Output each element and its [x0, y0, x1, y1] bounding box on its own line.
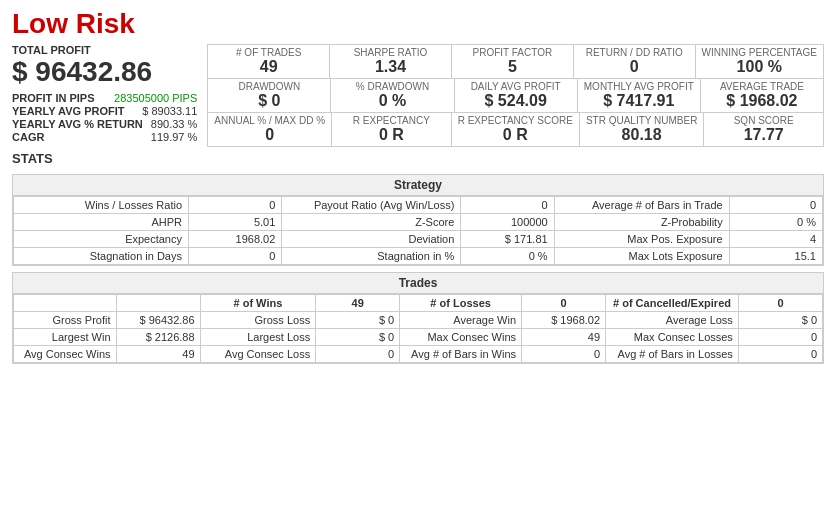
trades-empty	[14, 295, 117, 312]
t-mid-value2: $ 1968.02	[522, 312, 606, 329]
trades-col-header-val: 0	[738, 295, 822, 312]
left-stat-row: YEARLY AVG % RETURN890.33 %	[12, 118, 197, 130]
trades-col-header-val: 49	[316, 295, 400, 312]
metric-cell: SQN SCORE17.77	[704, 113, 823, 146]
metric-cell: DRAWDOWN$ 0	[208, 79, 331, 112]
metric-label: R EXPECTANCY SCORE	[458, 115, 573, 126]
metric-label: MONTHLY AVG PROFIT	[584, 81, 694, 92]
metric-label: RETURN / DD RATIO	[580, 47, 689, 58]
metric-cell: # OF TRADES49	[208, 45, 330, 78]
metric-value: 0 R	[458, 126, 573, 144]
metric-label: ANNUAL % / MAX DD %	[214, 115, 325, 126]
strat-label: Payout Ratio (Avg Win/Loss)	[282, 197, 461, 214]
trades-table: # of Wins49# of Losses0# of Cancelled/Ex…	[13, 294, 823, 363]
metric-cell: MONTHLY AVG PROFIT$ 7417.91	[578, 79, 701, 112]
metrics-grid: # OF TRADES49SHARPE RATIO1.34PROFIT FACT…	[207, 44, 824, 166]
left-stat-label: CAGR	[12, 131, 44, 143]
metric-label: PROFIT FACTOR	[458, 47, 567, 58]
strat-label: Max Lots Exposure	[554, 248, 729, 265]
metric-value: 0	[580, 58, 689, 76]
t-left-value: $ 96432.86	[116, 312, 200, 329]
metric-cell: RETURN / DD RATIO0	[574, 45, 696, 78]
t-mid-label3: Avg # of Bars in Losses	[606, 346, 739, 363]
trades-col-header-val: 0	[522, 295, 606, 312]
metric-cell: PROFIT FACTOR5	[452, 45, 574, 78]
metric-label: R EXPECTANCY	[338, 115, 445, 126]
strat-label: Deviation	[282, 231, 461, 248]
t-mid-label2: Average Win	[400, 312, 522, 329]
strat-label: Expectancy	[14, 231, 189, 248]
t-left-label: Gross Profit	[14, 312, 117, 329]
metric-value: $ 1968.02	[707, 92, 817, 110]
metrics-row: # OF TRADES49SHARPE RATIO1.34PROFIT FACT…	[207, 44, 824, 78]
metrics-row: DRAWDOWN$ 0% DRAWDOWN0 %DAILY AVG PROFIT…	[207, 78, 824, 112]
left-stat-row: YEARLY AVG PROFIT$ 89033.11	[12, 105, 197, 117]
strategy-row: Wins / Losses Ratio0Payout Ratio (Avg Wi…	[14, 197, 823, 214]
metric-cell: STR QUALITY NUMBER80.18	[580, 113, 705, 146]
t-left-value: 49	[116, 346, 200, 363]
strategy-section: Strategy Wins / Losses Ratio0Payout Rati…	[12, 174, 824, 364]
metric-label: WINNING PERCENTAGE	[702, 47, 817, 58]
t-mid-label1: Largest Loss	[200, 329, 316, 346]
left-stat-label: PROFIT IN PIPS	[12, 92, 95, 104]
metric-value: $ 0	[214, 92, 324, 110]
metric-label: AVERAGE TRADE	[707, 81, 817, 92]
trades-data-row: Avg Consec Wins49Avg Consec Loss0Avg # o…	[14, 346, 823, 363]
strategy-table: Wins / Losses Ratio0Payout Ratio (Avg Wi…	[13, 196, 823, 265]
left-stat-value: 119.97 %	[151, 131, 197, 143]
t-mid-value1: 0	[316, 346, 400, 363]
t-mid-label1: Gross Loss	[200, 312, 316, 329]
metric-cell: AVERAGE TRADE$ 1968.02	[701, 79, 823, 112]
left-stat-value: $ 89033.11	[142, 105, 197, 117]
strat-value: 0	[729, 197, 822, 214]
metric-label: DAILY AVG PROFIT	[461, 81, 571, 92]
trades-header-row: # of Wins49# of Losses0# of Cancelled/Ex…	[14, 295, 823, 312]
t-mid-label1: Avg Consec Loss	[200, 346, 316, 363]
metric-value: 100 %	[702, 58, 817, 76]
metric-value: 80.18	[586, 126, 698, 144]
strat-value: 15.1	[729, 248, 822, 265]
left-stat-row: CAGR119.97 %	[12, 131, 197, 143]
trades-col-header: # of Cancelled/Expired	[606, 295, 739, 312]
left-stat-value: 283505000 PIPS	[114, 92, 197, 104]
strategy-row: Stagnation in Days0Stagnation in %0 %Max…	[14, 248, 823, 265]
strat-value: $ 171.81	[461, 231, 554, 248]
trades-data-row: Gross Profit$ 96432.86Gross Loss$ 0Avera…	[14, 312, 823, 329]
t-mid-value3: $ 0	[738, 312, 822, 329]
t-mid-label2: Max Consec Wins	[400, 329, 522, 346]
strat-value: 100000	[461, 214, 554, 231]
metric-cell: SHARPE RATIO1.34	[330, 45, 452, 78]
metric-cell: R EXPECTANCY0 R	[332, 113, 452, 146]
metric-cell: R EXPECTANCY SCORE0 R	[452, 113, 580, 146]
strat-value: 5.01	[189, 214, 282, 231]
metric-value: $ 7417.91	[584, 92, 694, 110]
metric-label: DRAWDOWN	[214, 81, 324, 92]
strategy-row: AHPR5.01Z-Score100000Z-Probability0 %	[14, 214, 823, 231]
total-profit-label: TOTAL PROFIT	[12, 44, 197, 56]
t-mid-label3: Average Loss	[606, 312, 739, 329]
left-stats: PROFIT IN PIPS283505000 PIPSYEARLY AVG P…	[12, 92, 197, 143]
metric-value: 0 R	[338, 126, 445, 144]
left-stat-label: YEARLY AVG % RETURN	[12, 118, 143, 130]
strat-value: 0	[189, 197, 282, 214]
t-mid-value2: 49	[522, 329, 606, 346]
t-mid-value3: 0	[738, 329, 822, 346]
trades-header: Trades	[13, 273, 823, 294]
metric-cell: ANNUAL % / MAX DD %0	[208, 113, 332, 146]
metric-cell: WINNING PERCENTAGE100 %	[696, 45, 823, 78]
strat-label: Z-Probability	[554, 214, 729, 231]
strat-label: Wins / Losses Ratio	[14, 197, 189, 214]
trades-col-header: # of Losses	[400, 295, 522, 312]
metric-value: 0	[214, 126, 325, 144]
metric-label: SHARPE RATIO	[336, 47, 445, 58]
metric-value: 0 %	[337, 92, 447, 110]
t-mid-value1: $ 0	[316, 312, 400, 329]
metric-cell: % DRAWDOWN0 %	[331, 79, 454, 112]
strat-label: Average # of Bars in Trade	[554, 197, 729, 214]
strat-value: 0	[461, 197, 554, 214]
metric-label: % DRAWDOWN	[337, 81, 447, 92]
trades-data-row: Largest Win$ 2126.88Largest Loss$ 0Max C…	[14, 329, 823, 346]
metric-value: 1.34	[336, 58, 445, 76]
trades-col-header: # of Wins	[200, 295, 316, 312]
strat-value: 1968.02	[189, 231, 282, 248]
